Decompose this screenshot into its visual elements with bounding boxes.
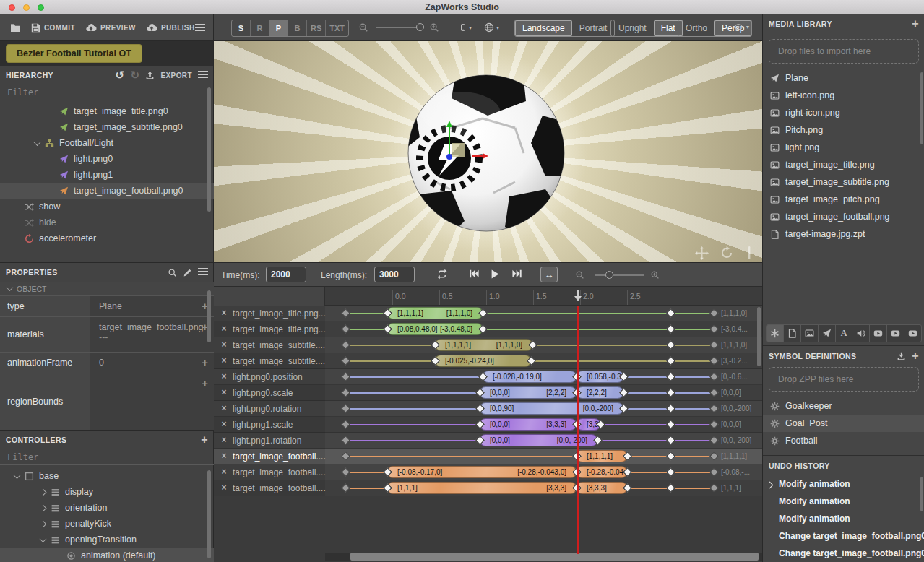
animation-segment[interactable]: [-0.28,-0.04 bbox=[577, 466, 627, 478]
media-drop-zone[interactable]: Drop files to import here bbox=[769, 39, 919, 64]
keyframe-diamond[interactable] bbox=[666, 404, 675, 413]
keyframe-diamond[interactable] bbox=[709, 308, 719, 318]
keyframe-diamond[interactable] bbox=[709, 356, 719, 366]
keyframe-diamond[interactable] bbox=[341, 324, 350, 334]
keyframe-diamond[interactable] bbox=[709, 388, 719, 397]
animation-segment[interactable]: [2,2,2] bbox=[577, 386, 623, 399]
toggle-option-ortho[interactable]: Ortho bbox=[678, 20, 714, 36]
media-filter-video-button[interactable] bbox=[887, 325, 904, 342]
timeline-row-1[interactable]: ×target_image_title.png...[0.08,0.48,0][… bbox=[214, 321, 762, 337]
remove-track-icon[interactable]: × bbox=[220, 451, 228, 461]
keyframe-diamond[interactable] bbox=[709, 324, 719, 334]
timeline-hscrollbar[interactable] bbox=[350, 553, 759, 561]
loop-icon[interactable] bbox=[436, 269, 448, 280]
media-filter-video-button[interactable] bbox=[870, 325, 887, 342]
remove-track-icon[interactable]: × bbox=[220, 308, 228, 318]
add-property-icon[interactable]: + bbox=[202, 377, 208, 389]
time-input[interactable] bbox=[266, 267, 306, 282]
symbol-item-football[interactable]: Football bbox=[763, 432, 924, 449]
add-media-icon[interactable]: + bbox=[912, 17, 919, 30]
undo-history-item-3[interactable]: Change target_image_football.png0.pos bbox=[763, 527, 924, 545]
keyframe-diamond[interactable] bbox=[341, 404, 350, 413]
controller-node-penaltykick[interactable]: penaltyKick bbox=[0, 516, 214, 532]
timeline-row-8[interactable]: ×light.png1.rotation[0,0,0][0,0,-200][0,… bbox=[214, 433, 762, 449]
globe-icon[interactable]: ▾ bbox=[484, 22, 499, 33]
timeline-row-6[interactable]: ×light.png0.rotation[0,0,90][0,0,-200][0… bbox=[214, 401, 762, 417]
keyframe-diamond[interactable] bbox=[709, 372, 719, 381]
main-menu-button[interactable] bbox=[195, 24, 205, 31]
keyframe-diamond[interactable] bbox=[341, 340, 350, 350]
controller-node-openingtransition[interactable]: openingTransition bbox=[0, 532, 214, 548]
hierarchy-node-light-png1[interactable]: light.png1 bbox=[0, 167, 214, 183]
mode-button-r[interactable]: R bbox=[251, 20, 269, 36]
keyframe-diamond[interactable] bbox=[709, 340, 719, 350]
length-input[interactable] bbox=[374, 267, 415, 282]
media-filter-plane-button[interactable] bbox=[819, 325, 836, 342]
expander-chevron-right-icon[interactable] bbox=[40, 504, 47, 511]
property-value[interactable]: 0+ bbox=[90, 353, 214, 373]
animation-segment[interactable]: [0,0,0][0,0,-200] bbox=[480, 434, 597, 446]
gizmo-y-axis[interactable] bbox=[449, 126, 450, 157]
timeline-row-3[interactable]: ×target_image_subtitle....[-0.025,-0.24,… bbox=[214, 353, 762, 369]
skip-end-icon[interactable] bbox=[511, 269, 523, 279]
hierarchy-node-football-light[interactable]: Football/Light bbox=[0, 135, 214, 151]
controller-node-orientation[interactable]: orientation bbox=[0, 500, 214, 516]
hierarchy-node-show[interactable]: show bbox=[0, 199, 214, 215]
toggle-option-upright[interactable]: Upright bbox=[611, 20, 654, 36]
toggle-option-portrait[interactable]: Portrait bbox=[572, 20, 615, 36]
open-project-button[interactable] bbox=[10, 23, 21, 33]
symbol-item-goal-post[interactable]: Goal_Post bbox=[763, 415, 924, 432]
preview-button[interactable]: PREVIEW bbox=[85, 23, 136, 32]
gizmo-x-axis[interactable] bbox=[472, 155, 483, 157]
gizmo-plane-handle[interactable] bbox=[452, 143, 465, 157]
keyframe-diamond[interactable] bbox=[709, 404, 719, 413]
toggle-option-landscape[interactable]: Landscape bbox=[515, 20, 572, 36]
timeline-zoom-in-icon[interactable] bbox=[650, 270, 660, 280]
symbol-item-goalkeeper[interactable]: Goalkeeper bbox=[763, 397, 924, 415]
media-item-light-png[interactable]: light.png bbox=[763, 139, 924, 156]
animation-segment[interactable]: [-0.08,-0.17,0][-0.28,-0.043,0] bbox=[387, 466, 577, 478]
object-section-header[interactable]: OBJECT bbox=[0, 282, 214, 295]
keyframe-diamond[interactable] bbox=[666, 467, 675, 477]
hierarchy-node-target-image-title-png0[interactable]: target_image_title.png0 bbox=[0, 103, 214, 119]
keyframe-diamond[interactable] bbox=[666, 388, 675, 397]
hierarchy-menu-icon[interactable] bbox=[198, 71, 208, 79]
keyframe-diamond[interactable] bbox=[666, 420, 675, 429]
remove-track-icon[interactable]: × bbox=[220, 403, 228, 413]
controllers-filter-input[interactable] bbox=[0, 449, 214, 464]
media-item-target-image-subtitle-png[interactable]: target_image_subtitle.png bbox=[763, 173, 924, 191]
animation-segment[interactable]: [3,3,3] bbox=[577, 482, 627, 494]
device-icon[interactable]: ▾ bbox=[459, 22, 472, 33]
fit-range-button[interactable]: ↔ bbox=[540, 267, 558, 282]
pencil-icon[interactable] bbox=[183, 268, 192, 277]
keyframe-diamond[interactable] bbox=[341, 356, 350, 366]
mode-button-b[interactable]: B bbox=[288, 20, 307, 36]
media-item-plane[interactable]: Plane bbox=[763, 69, 924, 87]
animation-segment[interactable]: [0,0,0][2,2,2] bbox=[480, 386, 577, 399]
hierarchy-node-target-image-subtitle-png0[interactable]: target_image_subtitle.png0 bbox=[0, 119, 214, 135]
animation-segment[interactable]: [0.058,-0.3 bbox=[577, 371, 623, 383]
viewport-3d[interactable] bbox=[214, 41, 762, 262]
media-filter-text-button[interactable]: A bbox=[836, 325, 853, 342]
scale-tool-icon[interactable] bbox=[746, 246, 752, 260]
controller-node-base[interactable]: base bbox=[0, 468, 214, 484]
add-property-icon[interactable]: + bbox=[202, 356, 208, 368]
undo-scrollbar[interactable] bbox=[920, 477, 923, 511]
hierarchy-node-hide[interactable]: hide bbox=[0, 215, 214, 230]
animation-segment[interactable]: [0,0,90][0,0,-200] bbox=[480, 402, 623, 415]
property-value[interactable]: target_image_football.png---+ bbox=[90, 317, 214, 352]
undo-history-item-4[interactable]: Change target_image_football.png0.pos bbox=[763, 545, 924, 562]
media-item-pitch-png[interactable]: Pitch.png bbox=[763, 121, 924, 139]
remove-track-icon[interactable]: × bbox=[220, 483, 228, 493]
undo-history-item-1[interactable]: Modify animation bbox=[763, 493, 924, 510]
keyframe-diamond[interactable] bbox=[709, 483, 719, 493]
keyframe-diamond[interactable] bbox=[709, 436, 719, 445]
media-filter-video-button[interactable] bbox=[904, 325, 921, 342]
zoom-in-icon[interactable] bbox=[429, 22, 439, 33]
zoom-out-icon[interactable] bbox=[358, 22, 368, 33]
animation-segment[interactable]: [1,1,1][3,3,3] bbox=[387, 482, 577, 494]
keyframe-diamond[interactable] bbox=[666, 308, 675, 318]
keyframe-diamond[interactable] bbox=[341, 372, 350, 381]
keyframe-diamond[interactable] bbox=[341, 451, 350, 461]
undo-history-item-2[interactable]: Modify animation bbox=[763, 510, 924, 527]
